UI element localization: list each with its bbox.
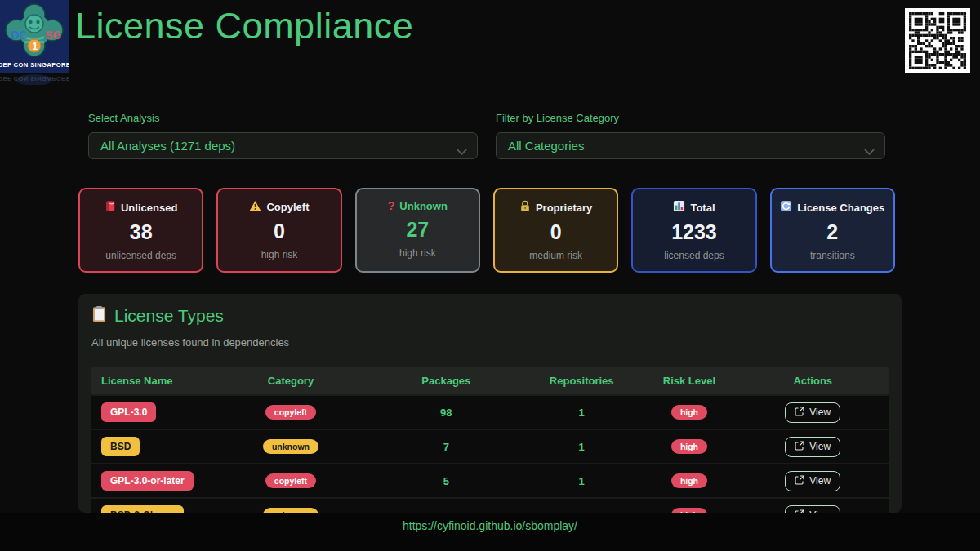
external-link-icon [795, 475, 804, 487]
external-link-icon [795, 407, 804, 419]
license-name-badge: BSD [101, 437, 140, 456]
category-select[interactable]: All Categories [496, 132, 885, 159]
column-header-category: Category [211, 375, 370, 387]
category-badge: copyleft [265, 405, 316, 420]
repositories-count: 1 [579, 441, 585, 453]
table-row: BSD-3-Clause unknown high View [91, 499, 889, 513]
category-select-label: Filter by License Category [496, 112, 885, 124]
stat-label: Unlicensed [121, 202, 177, 214]
packages-count: 98 [440, 407, 452, 419]
section-title: License Types [91, 305, 889, 327]
column-header-risk-level: Risk Level [641, 375, 737, 387]
table-body: GPL-3.0 copyleft 98 1 high View BSD unkn… [91, 396, 889, 513]
stat-value: 38 [80, 220, 202, 244]
repositories-count: 1 [579, 475, 585, 487]
repositories-count: 1 [579, 407, 585, 419]
column-header-packages: Packages [371, 375, 522, 387]
analysis-select[interactable]: All Analyses (1271 deps) [88, 132, 478, 159]
analysis-select-label: Select Analysis [88, 112, 478, 124]
view-button[interactable]: View [785, 505, 840, 513]
stat-card-unknown: ? Unknown 27 high risk [355, 188, 480, 273]
stat-value: 2 [772, 220, 893, 244]
lock-icon [519, 200, 531, 215]
table-row: BSD unknown 7 1 high View [91, 430, 889, 463]
logo-caption-reflection: DEF CON SINGAPORE [0, 75, 69, 82]
logo-sg-text: SG [45, 29, 61, 42]
category-badge: copyleft [265, 473, 316, 488]
license-name-badge: GPL-3.0 [101, 402, 156, 422]
stat-value: 27 [357, 218, 479, 242]
analysis-filter-group: Select Analysis All Analyses (1271 deps) [88, 112, 478, 159]
refresh-icon [780, 200, 792, 215]
stat-subtitle: high risk [357, 247, 479, 259]
section-title-text: License Types [114, 306, 224, 326]
table-row: GPL-3.0 copyleft 98 1 high View [91, 396, 889, 429]
analysis-select-value: All Analyses (1271 deps) [100, 139, 235, 153]
table-row: GPL-3.0-or-later copyleft 5 1 high View [91, 464, 889, 497]
stat-subtitle: unlicensed deps [80, 250, 202, 261]
question-icon: ? [388, 200, 395, 212]
license-compliance-page: DC SG 1 DEF CON SINGAPORE DEF CON SINGAP… [0, 0, 980, 551]
stat-subtitle: transitions [772, 250, 893, 261]
filters-row: Select Analysis All Analyses (1271 deps)… [88, 112, 885, 159]
logo-caption: DEF CON SINGAPORE [0, 61, 69, 69]
license-types-section: License Types All unique licenses found … [78, 294, 902, 513]
packages-count: 7 [443, 441, 449, 453]
unlicensed-icon [105, 200, 116, 215]
chevron-down-icon [864, 144, 875, 158]
column-header-repositories: Repositories [522, 375, 641, 387]
stat-card-proprietary: Proprietary 0 medium risk [493, 188, 618, 273]
view-button[interactable]: View [785, 402, 840, 423]
page-title: License Compliance [75, 5, 413, 47]
category-select-value: All Categories [508, 139, 584, 153]
clipboard-icon [91, 305, 107, 327]
footer-bar: https://cyfinoid.github.io/sbomplay/ [0, 513, 980, 551]
license-table: License NameCategoryPackagesRepositories… [91, 367, 889, 513]
defcon-singapore-logo: DC SG 1 DEF CON SINGAPORE DEF CON SINGAP… [0, 0, 69, 85]
license-name-badge: BSD-3-Clause [101, 505, 184, 513]
external-link-icon [795, 441, 804, 453]
license-name-badge: GPL-3.0-or-later [101, 471, 194, 491]
packages-count: 5 [443, 475, 449, 487]
stat-card-total: Total 1233 licensed deps [631, 188, 756, 273]
category-filter-group: Filter by License Category All Categorie… [496, 112, 885, 159]
stat-card-license-changes: License Changes 2 transitions [770, 188, 895, 273]
risk-level-badge: high [671, 439, 707, 454]
stat-card-unlicensed: Unlicensed 38 unlicensed deps [78, 188, 203, 273]
risk-level-badge: high [671, 473, 707, 488]
stats-row: Unlicensed 38 unlicensed deps Copyleft 0… [78, 188, 895, 273]
stat-value: 0 [218, 220, 340, 243]
category-badge: unknown [263, 439, 318, 454]
view-button[interactable]: View [785, 437, 840, 457]
column-header-actions: Actions [737, 375, 889, 387]
stat-label: Total [690, 202, 715, 214]
bar-chart-icon [673, 200, 685, 215]
stat-value: 0 [495, 220, 617, 244]
risk-level-badge: high [671, 405, 707, 420]
logo-badge-number: 1 [33, 41, 38, 52]
logo-dc-text: DC [11, 29, 27, 42]
stat-subtitle: medium risk [495, 250, 617, 261]
section-subtitle: All unique licenses found in dependencie… [91, 336, 889, 349]
stat-card-copyleft: Copyleft 0 high risk [216, 188, 341, 273]
stat-label: Proprietary [536, 202, 592, 214]
stat-label: License Changes [797, 202, 884, 214]
stat-subtitle: high risk [218, 249, 340, 260]
stat-value: 1233 [633, 220, 755, 244]
stat-subtitle: licensed deps [633, 250, 755, 261]
chevron-down-icon [457, 144, 467, 158]
table-header-row: License NameCategoryPackagesRepositories… [91, 367, 889, 394]
view-button[interactable]: View [785, 471, 840, 491]
column-header-license-name: License Name [91, 375, 211, 387]
footer-url: https://cyfinoid.github.io/sbomplay/ [403, 519, 577, 551]
stat-label: Unknown [399, 200, 448, 212]
stat-label: Copyleft [266, 201, 309, 213]
qr-code [905, 8, 970, 73]
warning-icon [249, 200, 261, 214]
